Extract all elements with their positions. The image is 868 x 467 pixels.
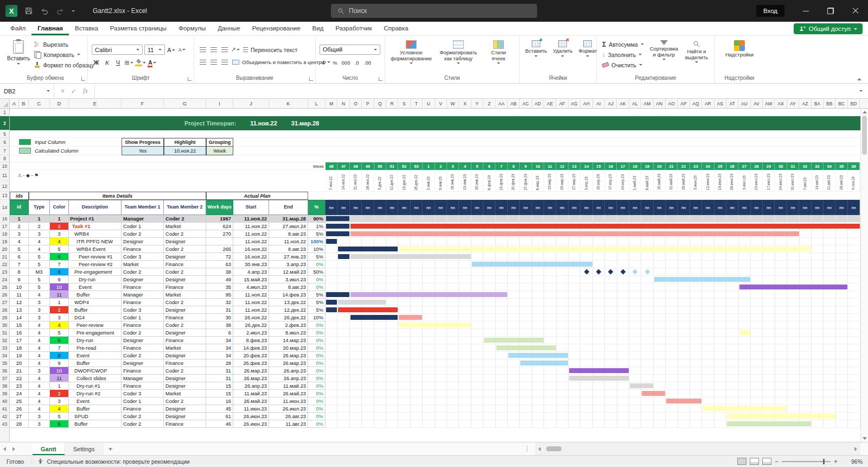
row-header[interactable]: 40 xyxy=(0,397,10,405)
cell-description[interactable]: WRB4 Event xyxy=(69,245,122,253)
cell-team-member-2[interactable]: Finance xyxy=(164,261,206,268)
cell-work-days[interactable]: 38 xyxy=(206,321,233,329)
cell-type[interactable]: 3 xyxy=(29,420,50,428)
week-date-cell[interactable]: 31.июл.23 xyxy=(787,170,799,191)
cell-styles-button[interactable]: Стили ячеек xyxy=(483,38,514,64)
zoom-in-button[interactable]: + xyxy=(834,458,838,465)
vertical-scroll-thumb[interactable] xyxy=(862,116,867,155)
ribbon-tab[interactable]: Рецензирование xyxy=(246,22,307,35)
cell-team-member-1[interactable]: Finance xyxy=(122,344,164,352)
cell-team-member-1[interactable]: Coder 2 xyxy=(122,352,164,359)
cell-end-date[interactable]: 27.июл.24 xyxy=(269,223,308,230)
cell-team-member-2[interactable]: Designer xyxy=(164,352,206,359)
horizontal-scroll-thumb[interactable] xyxy=(546,446,561,451)
cell-id[interactable]: 23 xyxy=(10,382,29,390)
view-page-break-button[interactable] xyxy=(762,458,771,465)
row-header[interactable]: 1 xyxy=(0,109,10,116)
cell-end-date[interactable]: 11.июн.23 xyxy=(269,397,308,405)
col-header[interactable]: A xyxy=(10,99,19,108)
week-date-cell[interactable]: 20.фев.23 xyxy=(508,170,520,191)
cell-work-days[interactable]: 624 xyxy=(206,223,233,230)
col-header[interactable]: AR xyxy=(702,99,714,108)
conditional-formatting-button[interactable]: Условное форматирование xyxy=(389,38,433,64)
table-column-header[interactable]: Description xyxy=(69,200,122,215)
week-date-cell[interactable]: 17.апр.23 xyxy=(605,170,617,191)
cell-end-date[interactable]: 26.мар.23 xyxy=(269,359,308,367)
row-header[interactable]: 41 xyxy=(0,405,10,413)
week-number-cell[interactable]: 28 xyxy=(751,162,763,170)
cell-end-date[interactable]: 8.июл.23 xyxy=(269,329,308,337)
cell-team-member-2[interactable]: Designer xyxy=(164,253,206,261)
cell-type[interactable]: 4 xyxy=(29,352,50,359)
cell-end-date[interactable]: 11.ноя.22 xyxy=(269,238,308,245)
empty-cells[interactable] xyxy=(10,109,868,116)
gantt-row-area[interactable] xyxy=(326,223,860,230)
gantt-row-area[interactable] xyxy=(326,299,860,306)
cell-team-member-1[interactable]: Manager xyxy=(122,215,164,223)
cell-color[interactable]: 5 xyxy=(50,413,69,420)
col-header[interactable]: AX xyxy=(775,99,787,108)
cell-id[interactable]: 12 xyxy=(10,299,29,306)
cell-percent[interactable]: 0% xyxy=(308,375,326,382)
align-center-button[interactable] xyxy=(209,58,218,67)
row-header[interactable]: 43 xyxy=(0,420,10,428)
cell-color[interactable]: 10 xyxy=(50,367,69,375)
week-date-cell[interactable]: 2.янв.23 xyxy=(423,170,435,191)
week-date-cell[interactable]: 8.май.23 xyxy=(641,170,653,191)
row-header[interactable]: 33 xyxy=(0,344,10,352)
col-header[interactable]: AQ xyxy=(690,99,702,108)
table-column-header[interactable]: Start xyxy=(233,200,269,215)
cell-description[interactable]: DG4 xyxy=(69,314,122,321)
cell-type[interactable]: 5 xyxy=(29,283,50,291)
cell-id[interactable]: 11 xyxy=(10,291,29,299)
cell-color[interactable]: 1 xyxy=(50,382,69,390)
bold-button[interactable]: Ж xyxy=(92,58,101,67)
cell-color[interactable]: 10 xyxy=(50,283,69,291)
cut-button[interactable]: Вырезать xyxy=(33,39,95,49)
number-button[interactable]: .0 xyxy=(352,58,361,68)
week-date-cell[interactable]: 28.ноя.22 xyxy=(362,170,374,191)
week-number-cell[interactable]: 25 xyxy=(714,162,726,170)
week-number-cell[interactable]: 52 xyxy=(398,162,410,170)
cell-team-member-2[interactable]: Designer xyxy=(164,329,206,337)
week-date-cell[interactable]: 6.мар.23 xyxy=(532,170,544,191)
cell-end-date[interactable]: 3.июл.23 xyxy=(269,276,308,283)
week-number-cell[interactable]: 6 xyxy=(483,162,495,170)
number-button[interactable]: 000 xyxy=(341,58,350,68)
ribbon-tab[interactable]: Разработчик xyxy=(329,22,378,35)
cell-work-days[interactable]: 35 xyxy=(206,283,233,291)
cell-percent[interactable]: 10% xyxy=(308,314,326,321)
cell-description[interactable]: Pre-engagement xyxy=(69,329,122,337)
cell-percent[interactable]: 0% xyxy=(308,352,326,359)
cell-end-date[interactable]: 31.мар.28 xyxy=(269,215,308,223)
col-header[interactable]: C xyxy=(29,99,50,108)
week-number-cell[interactable]: 24 xyxy=(702,162,714,170)
cell-id[interactable]: 17 xyxy=(10,337,29,344)
week-date-cell[interactable]: 17.июл.23 xyxy=(763,170,775,191)
row-header[interactable]: 23 xyxy=(0,268,10,276)
dialog-launcher-icon[interactable] xyxy=(309,77,313,81)
cell-team-member-2[interactable]: Coder 2 xyxy=(164,268,206,276)
cell-start-date[interactable]: 20.фев.23 xyxy=(233,352,269,359)
cell-percent[interactable]: 0% xyxy=(308,413,326,420)
week-date-cell[interactable]: 5.дек.22 xyxy=(374,170,386,191)
collapse-ribbon-icon[interactable] xyxy=(857,78,861,80)
table-column-header[interactable]: Work days xyxy=(206,200,233,215)
row-header[interactable]: 19 xyxy=(0,238,10,245)
cell-work-days[interactable]: 95 xyxy=(206,291,233,299)
week-date-cell[interactable]: 20.мар.23 xyxy=(556,170,568,191)
cell-work-days[interactable]: 16 xyxy=(206,397,233,405)
minimize-button[interactable] xyxy=(793,0,818,22)
highlight-value[interactable]: 10.ноя.22 xyxy=(164,147,206,155)
cell-description[interactable]: Dry-run xyxy=(69,276,122,283)
redo-icon[interactable] xyxy=(56,7,65,15)
cell-work-days[interactable]: 28 xyxy=(206,359,233,367)
quick-access-chevron-icon[interactable] xyxy=(72,10,75,12)
excel-logo-icon[interactable]: X xyxy=(5,5,17,17)
cell-percent[interactable]: 0% xyxy=(308,344,326,352)
tab-overflow-icon[interactable]: ⋮ xyxy=(520,445,535,452)
cell-team-member-2[interactable]: Designer xyxy=(164,375,206,382)
row-header[interactable]: 22 xyxy=(0,261,10,268)
cell-color[interactable]: 2 xyxy=(50,306,69,314)
cell-color[interactable]: 4 xyxy=(50,405,69,413)
